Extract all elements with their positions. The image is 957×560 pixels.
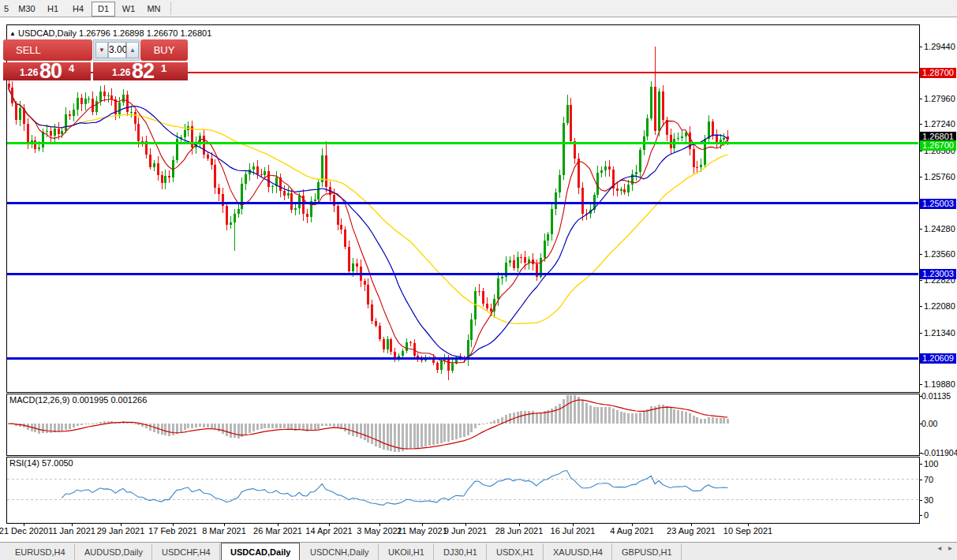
quote-close: 1.26801 [181,28,212,38]
timeframe-button-h4[interactable]: H4 [66,2,90,17]
macd-signal-value: 0.001266 [110,395,147,405]
buy-price-pip: 1 [161,62,166,74]
sell-price-box[interactable]: 1.26 80 4 [3,62,91,80]
price-tick-label: 1.27240 [924,119,955,129]
chart-tab-usdx-h1[interactable]: USDX,H1 [488,543,544,560]
chart-tab-audusd-daily[interactable]: AUDUSD,Daily [76,543,152,560]
tab-scroll-left-icon[interactable]: ◂ [937,543,941,552]
price-tick-label: 1.27960 [924,94,955,103]
time-axis-label: 28 Jun 2021 [495,526,544,536]
time-axis-label: 16 Jul 2021 [551,526,596,536]
chart-symbol-label: USDCAD,Daily [18,28,77,38]
price-tick-label: 1.19880 [924,379,955,389]
buy-button[interactable]: BUY [140,39,188,61]
price-badge-126700: 1.26700 [920,140,956,151]
time-axis-label: 21 Dec 2020 [0,526,48,536]
chart-tab-gbpusd-h1[interactable]: GBPUSD,H1 [613,543,682,560]
volume-decrease-icon[interactable]: ▼ [95,42,108,58]
time-axis-label: 14 Apr 2021 [305,526,352,536]
rsi-panel[interactable] [6,457,920,524]
macd-tick-label: 0.00 [921,419,937,428]
time-axis-label: 23 Aug 2021 [667,526,716,536]
quote-low: 1.26670 [147,28,178,38]
tab-scroll-arrows: ◂ ▸ [933,543,952,552]
price-tick-label: 1.29440 [924,42,955,51]
timeframe-button-5[interactable]: 5 [0,2,13,17]
price-badge-125003: 1.25003 [920,199,956,209]
time-axis-label: 10 Sep 2021 [723,526,772,536]
time-axis-label: 9 Jun 2021 [444,526,487,536]
rsi-tick-label: 0 [924,510,929,520]
quote-high: 1.26898 [113,28,144,38]
time-axis-label: 17 Feb 2021 [148,526,197,536]
price-badge-120609: 1.20609 [920,353,956,364]
chart-tab-usdchf-h4[interactable]: USDCHF,H4 [153,543,220,560]
volume-increase-icon[interactable]: ▲ [126,42,139,58]
one-click-trading-panel: SELL ▼ 3.00 ▲ BUY 1.26 80 4 1.26 82 1 [2,39,188,80]
trade-buttons-row: SELL ▼ 3.00 ▲ BUY [2,39,188,61]
tab-scroll-right-icon[interactable]: ▸ [948,543,952,552]
price-badge-123003: 1.23003 [920,269,956,279]
toolbar-separator [170,2,171,15]
timeframe-button-h1[interactable]: H1 [41,2,65,17]
price-tick-label: 1.23560 [924,249,955,259]
timeframe-button-d1[interactable]: D1 [92,2,115,17]
macd-tick-label: -0.011904 [921,448,957,457]
chart-tab-ukoil-h1[interactable]: UKOil,H1 [379,543,434,560]
time-axis-label: 3 May 2021 [357,526,402,536]
macd-tick-label: 0.01135 [921,391,951,401]
price-tick-label: 1.21340 [924,328,955,338]
chart-header: ▲ USDCAD,Daily 1.26796 1.26898 1.26670 1… [9,28,211,38]
rsi-value: 57.0050 [42,458,73,468]
rsi-label: RSI(14) 57.0050 [9,458,73,468]
price-tick-label: 1.22080 [924,301,955,311]
rsi-tick-label: 100 [924,459,938,469]
buy-price-prefix: 1.26 [112,67,130,78]
sell-price-pip: 4 [69,62,74,74]
price-tick-label: 1.24280 [924,224,955,233]
timeframe-button-m30[interactable]: M30 [14,2,39,17]
time-axis-label: 21 May 2021 [397,526,447,536]
rsi-name: RSI(14) [9,458,39,468]
timeframe-button-w1[interactable]: W1 [117,2,140,17]
macd-value: 0.001995 [72,395,108,405]
volume-stepper: ▼ 3.00 ▲ [93,39,140,61]
price-tick-label: 1.25760 [924,172,955,181]
mt4-terminal-window: 5M30H1H4D1W1MN ▲ USDCAD,Daily 1.26796 1.… [0,0,957,560]
timeframe-button-mn[interactable]: MN [142,2,166,17]
timeframe-toolbar: 5M30H1H4D1W1MN [0,0,957,17]
time-axis-label: 4 Aug 2021 [610,526,654,536]
quote-open: 1.26796 [79,28,110,38]
buy-price-box[interactable]: 1.26 82 1 [93,62,188,80]
chart-tab-bar: ◂ ▸ EURUSD,H4AUDUSD,DailyUSDCHF,H4USDCAD… [0,542,957,560]
chart-tab-usdcnh-daily[interactable]: USDCNH,Daily [301,543,379,560]
time-axis-label: 26 Mar 2021 [253,526,302,536]
time-axis-label: 8 Mar 2021 [202,526,246,536]
volume-input[interactable]: 3.00 [108,42,126,58]
time-axis-label: 11 Jan 2021 [48,526,95,536]
macd-label: MACD(12,26,9) 0.001995 0.001266 [9,395,147,405]
sell-price-prefix: 1.26 [20,67,38,78]
chart-tab-usdcad-daily[interactable]: USDCAD,Daily [221,543,300,560]
sell-button[interactable]: SELL [3,39,92,61]
chart-tab-eurusd-h4[interactable]: EURUSD,H4 [6,543,75,560]
rsi-tick-label: 70 [924,475,933,484]
time-axis-label: 29 Jan 2021 [97,526,145,536]
rsi-tick-label: 30 [924,495,933,505]
price-badge-128700: 1.28700 [920,68,956,78]
macd-name: MACD(12,26,9) [9,395,69,405]
collapse-quotes-icon[interactable]: ▲ [9,30,16,37]
chart-tab-xauusd-h4[interactable]: XAUUSD,H4 [544,543,612,560]
sell-price-big: 80 [39,59,62,84]
chart-tab-dj30-h1[interactable]: DJ30,H1 [435,543,487,560]
buy-price-big: 82 [132,59,154,84]
